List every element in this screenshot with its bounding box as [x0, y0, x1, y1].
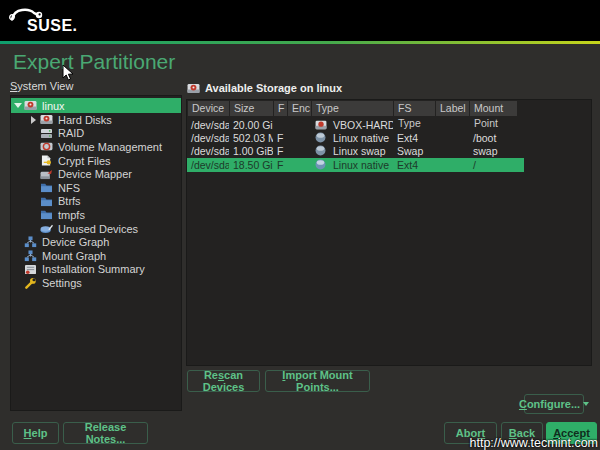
mapper-icon [40, 169, 55, 180]
folder-icon [40, 209, 55, 220]
raid-icon [40, 128, 55, 139]
unused-icon [40, 223, 55, 234]
wrench-icon [24, 277, 39, 289]
tree-item-device-graph[interactable]: Device Graph [11, 235, 181, 249]
tree-item-settings[interactable]: Settings [11, 276, 181, 290]
brand-gradient-divider [0, 41, 600, 44]
crypt-key-icon [40, 155, 55, 166]
table-row-sda2[interactable]: /dev/sda2 1.00 GiB F Linux swap Swap swa… [187, 144, 524, 157]
rescan-devices-button[interactable]: Rescan Devices [187, 370, 260, 392]
disk-icon [187, 83, 202, 94]
table-row-sda3-selected[interactable]: /dev/sda3 18.50 GiB F Linux native Ext4 … [187, 158, 524, 172]
tree-item-mount-graph[interactable]: Mount Graph [11, 249, 181, 263]
col-header-fs-type[interactable]: FS Type [394, 101, 436, 116]
page-title: Expert Partitioner [13, 50, 175, 74]
partition-icon [315, 132, 330, 143]
tree-item-device-mapper[interactable]: Device Mapper [11, 167, 181, 181]
col-header-enc[interactable]: Enc [288, 101, 312, 116]
disk-icon [40, 114, 55, 125]
suse-logo: SUSE. [27, 17, 78, 35]
tree-item-unused-devices[interactable]: Unused Devices [11, 222, 181, 236]
disk-icon [315, 120, 330, 130]
tree-item-linux[interactable]: linux [11, 98, 181, 113]
summary-icon [24, 264, 39, 275]
col-header-mount-point[interactable]: Mount Point [470, 101, 518, 116]
volume-icon [40, 141, 55, 152]
chevron-down-icon [583, 402, 589, 406]
disk-icon [24, 100, 39, 111]
import-mount-points-button[interactable]: Import Mount Points... [265, 370, 370, 392]
release-notes-button[interactable]: Release Notes... [63, 422, 148, 444]
folder-icon [40, 196, 55, 207]
top-bar: SUSE. [0, 0, 600, 41]
col-header-label[interactable]: Label [436, 101, 470, 116]
partition-icon [315, 159, 330, 170]
partition-icon [315, 145, 330, 156]
system-view-tree: linux Hard Disks RAID Volume Management … [10, 95, 182, 411]
table-header-row: Device Size F Enc Type FS Type Label Mou… [188, 101, 518, 116]
storage-table: Device Size F Enc Type FS Type Label Mou… [186, 99, 592, 366]
col-header-device[interactable]: Device [188, 101, 230, 116]
storage-caption: Available Storage on linux [187, 82, 342, 94]
collapse-arrow-icon[interactable] [11, 103, 24, 108]
configure-button[interactable]: Configure... [524, 394, 584, 414]
tree-item-installation-summary[interactable]: Installation Summary [11, 263, 181, 277]
tree-item-crypt-files[interactable]: Crypt Files [11, 154, 181, 168]
col-header-size[interactable]: Size [230, 101, 274, 116]
tecmint-watermark: http://www.tecmint.com [469, 436, 598, 450]
graph-icon [24, 250, 39, 262]
tree-item-raid[interactable]: RAID [11, 127, 181, 141]
tree-item-btrfs[interactable]: Btrfs [11, 195, 181, 209]
table-row-sda1[interactable]: /dev/sda1 502.03 MiB F Linux native Ext4… [187, 131, 524, 144]
col-header-type[interactable]: Type [312, 101, 394, 116]
graph-icon [24, 236, 39, 248]
tree-item-hard-disks[interactable]: Hard Disks [11, 113, 181, 127]
help-button[interactable]: Help [12, 422, 59, 444]
tree-item-volume-management[interactable]: Volume Management [11, 140, 181, 154]
expand-arrow-icon[interactable] [27, 116, 40, 124]
tree-item-tmpfs[interactable]: tmpfs [11, 208, 181, 222]
expert-partitioner-window: SUSE. Expert Partitioner System View lin… [0, 0, 600, 450]
tree-item-nfs[interactable]: NFS [11, 181, 181, 195]
col-header-f[interactable]: F [274, 101, 288, 116]
folder-icon [40, 182, 55, 193]
mouse-cursor-icon [62, 64, 74, 82]
